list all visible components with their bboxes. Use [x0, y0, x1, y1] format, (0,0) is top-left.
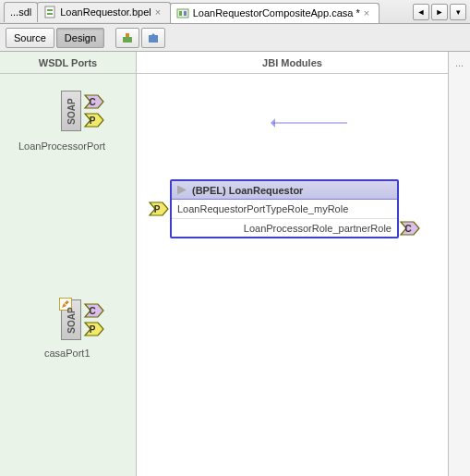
provides-endpoint-icon[interactable]: P: [83, 321, 105, 337]
collapse-icon[interactable]: [177, 186, 187, 195]
consumes-endpoint-icon[interactable]: C: [83, 93, 105, 110]
wsdl-ports-column: WSDL Ports SOAP C P LoanProcessorPort SO…: [0, 52, 137, 476]
svg-text:P: P: [90, 116, 96, 126]
tab-bpel[interactable]: LoanRequestor.bpel ×: [37, 2, 170, 22]
svg-rect-4: [179, 11, 182, 16]
jbi-module-loan-requestor[interactable]: (BPEL) LoanRequestor P LoanRequestorPort…: [170, 179, 399, 238]
svg-text:P: P: [90, 324, 96, 335]
jbi-modules-column: JBI Modules (BPEL) LoanRequestor P LoanR…: [137, 52, 448, 476]
build-icon: [121, 31, 134, 44]
role-label: LoanRequestorPortTypeRole_myRole: [177, 203, 348, 214]
provides-endpoint-icon[interactable]: P: [148, 201, 170, 217]
svg-rect-8: [149, 35, 158, 43]
design-canvas: WSDL Ports SOAP C P LoanProcessorPort SO…: [0, 52, 470, 476]
tab-label: LoanRequestor.bpel: [60, 6, 151, 18]
ellipsis-label: ...: [455, 57, 464, 68]
consumes-endpoint-icon[interactable]: C: [83, 302, 105, 319]
casa-file-icon: [176, 6, 189, 19]
tab-label: LoanRequestorCompositeApp.casa *: [193, 7, 360, 18]
deploy-button[interactable]: [141, 28, 165, 48]
wsdl-port-loan-processor[interactable]: SOAP C P: [61, 91, 105, 131]
tab-casa[interactable]: LoanRequestorCompositeApp.casa * ×: [170, 3, 380, 23]
tab-scroll-left-button[interactable]: ◄: [413, 4, 429, 20]
svg-rect-3: [177, 9, 188, 18]
svg-rect-0: [45, 6, 54, 18]
tab-nav: ◄ ► ▾: [413, 4, 470, 20]
tab-sdl[interactable]: ...sdl: [4, 2, 38, 22]
column-header: WSDL Ports: [0, 52, 136, 74]
port-label: LoanProcessorPort: [18, 140, 105, 152]
module-title: (BPEL) LoanRequestor: [192, 185, 303, 196]
module-role-row[interactable]: P LoanRequestorPortTypeRole_myRole: [172, 200, 397, 218]
svg-rect-6: [123, 37, 132, 43]
svg-rect-7: [126, 33, 129, 37]
tab-menu-button[interactable]: ▾: [450, 4, 466, 20]
svg-rect-11: [65, 300, 69, 305]
source-view-button[interactable]: Source: [6, 28, 54, 48]
close-icon[interactable]: ×: [155, 7, 164, 17]
module-header[interactable]: (BPEL) LoanRequestor: [172, 181, 397, 200]
svg-text:P: P: [154, 204, 161, 214]
svg-rect-2: [47, 13, 53, 15]
endpoint-stack: C P: [83, 302, 105, 337]
tab-label: ...sdl: [10, 6, 31, 18]
port-label: casaPort1: [44, 348, 90, 359]
svg-text:C: C: [89, 97, 95, 107]
external-modules-column[interactable]: ...: [448, 52, 470, 476]
close-icon[interactable]: ×: [364, 8, 373, 18]
design-view-button[interactable]: Design: [56, 28, 104, 48]
consumes-endpoint-icon[interactable]: C: [399, 220, 421, 237]
bpel-file-icon: [43, 6, 56, 18]
deploy-icon: [147, 31, 160, 44]
endpoint-stack: C P: [83, 93, 105, 128]
svg-text:C: C: [89, 306, 95, 316]
tab-scroll-right-button[interactable]: ►: [431, 4, 448, 20]
module-role-row[interactable]: LoanProcessorRole_partnerRole C: [172, 218, 397, 237]
wsdl-port-casa[interactable]: SOAP C P: [61, 299, 105, 340]
soap-binding-icon: SOAP: [61, 91, 81, 131]
svg-rect-1: [47, 9, 53, 11]
build-button[interactable]: [115, 28, 139, 48]
svg-rect-5: [184, 11, 187, 16]
column-header: JBI Modules: [137, 52, 448, 74]
role-label: LoanProcessorRole_partnerRole: [244, 223, 392, 234]
provides-endpoint-icon[interactable]: P: [83, 112, 105, 128]
connection-wire: [273, 122, 347, 124]
tab-bar: ...sdl LoanRequestor.bpel × LoanRequesto…: [0, 0, 470, 24]
svg-text:C: C: [404, 224, 411, 234]
view-toolbar: Source Design: [0, 24, 470, 52]
